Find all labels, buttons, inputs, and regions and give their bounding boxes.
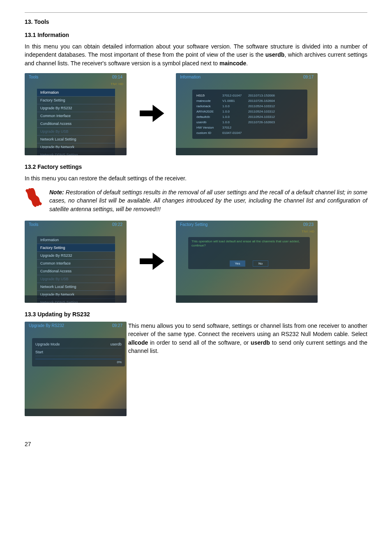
menu-item[interactable]: Common Interface	[37, 112, 115, 120]
menu-item[interactable]: Factory Setting	[37, 244, 115, 251]
heading-13-2: 13.2 Factory settings	[25, 164, 367, 170]
screenshot-upgrade-rs232: Upgrade By RS232 09:27 Upgrade Modeuserd…	[25, 322, 127, 416]
progress-percent: 0%	[35, 360, 122, 364]
menu-item[interactable]: Upgrade By USB	[37, 275, 115, 283]
menu-item[interactable]: Factory Setting	[37, 96, 115, 104]
osd-bottombar	[25, 295, 127, 303]
bold-userdb: userdb	[265, 51, 285, 58]
text-13-1-c: .	[246, 60, 248, 67]
menu-item[interactable]: Conditional Access	[37, 120, 115, 127]
menu-item[interactable]: Upgrade By USB	[37, 127, 115, 135]
horizontal-rule	[25, 12, 367, 13]
osd-menu-panel: InformationFactory SettingUpgrade By RS2…	[37, 236, 115, 303]
heading-13-1: 13.1 Information	[25, 32, 367, 38]
osd-upgrade-panel: Upgrade ModeuserdbStart 0%	[32, 338, 125, 366]
bold-allcode: allcode	[128, 339, 148, 346]
info-row: userdb1.0.020110726-162603	[196, 120, 303, 125]
osd-title: Tools	[29, 222, 38, 227]
menu-item[interactable]: Information	[37, 236, 115, 244]
osd-clock: 09:23	[303, 222, 314, 227]
menu-item[interactable]: Upgrade By RS232	[37, 251, 115, 259]
osd-title: Upgrade By RS232	[29, 323, 64, 328]
warning-icon	[25, 188, 44, 208]
osd-badge: TIV/: HD	[302, 230, 314, 233]
screenshot-information: Information 09:17 HS1537012-010472011071…	[176, 73, 318, 155]
screenshot-row-2: Tools 09:22 InformationFactory SettingUp…	[25, 221, 367, 303]
osd-bottombar	[25, 148, 127, 155]
note-body: Restoration of default settings results …	[49, 189, 367, 212]
bold-userdb-2: userdb	[251, 339, 270, 346]
menu-item[interactable]: Common Interface	[37, 259, 115, 267]
arrow-right-icon	[135, 247, 168, 277]
osd-bottombar	[25, 409, 127, 416]
osd-confirm-panel: This operation will load default and era…	[188, 237, 310, 269]
osd-badge: TIV/: HD	[111, 82, 123, 86]
osd-clock: 09:22	[112, 222, 122, 227]
screenshot-tools-menu: Tools 09:14 TIV/: HD InformationFactory …	[25, 73, 127, 155]
note-block: Note: Restoration of default settings re…	[25, 188, 367, 213]
menu-item[interactable]: Information	[37, 89, 115, 96]
osd-bottombar	[176, 295, 318, 303]
heading-13: 13. Tools	[25, 18, 367, 25]
menu-item[interactable]: Network Local Setting	[37, 283, 115, 290]
no-button[interactable]: No	[253, 260, 268, 267]
screenshot-factory-confirm: Factory Setting 09:23 TIV/: HD This oper…	[176, 221, 318, 303]
heading-13-3: 13.3 Updating by RS232	[25, 311, 367, 318]
screenshot-row-1: Tools 09:14 TIV/: HD InformationFactory …	[25, 73, 367, 155]
screenshot-row-3: Upgrade By RS232 09:27 Upgrade Modeuserd…	[25, 322, 367, 416]
page-number: 27	[25, 441, 367, 447]
upgrade-row[interactable]: Start	[35, 348, 122, 356]
menu-item[interactable]: Network Local Setting	[37, 135, 115, 143]
info-row: ARIVA202E1.0.020110524-103312	[196, 109, 303, 114]
screenshot-tools-menu-2: Tools 09:22 InformationFactory SettingUp…	[25, 221, 127, 303]
text-13-3-b: in order to send all of the software, or	[148, 339, 251, 346]
info-row: defaultdb1.0.020110524-103312	[196, 114, 303, 120]
note-text: Note: Restoration of default settings re…	[49, 188, 367, 213]
osd-clock: 09:27	[112, 323, 122, 328]
upgrade-row[interactable]: Upgrade Modeuserdb	[35, 341, 122, 348]
paragraph-13-1: In this menu you can obtain detailed inf…	[25, 42, 367, 67]
progress-bar	[35, 359, 122, 359]
yes-button[interactable]: Yes	[230, 260, 245, 267]
paragraph-13-3: This menu allows you to send software, s…	[128, 322, 367, 355]
paragraph-13-2: In this menu you can restore the default…	[25, 174, 367, 182]
menu-item[interactable]: Conditional Access	[37, 267, 115, 275]
info-row: HW Version37012	[196, 125, 303, 130]
osd-info-panel: HS1537012-0104720110713-152006maincodeV1…	[192, 90, 307, 139]
osd-title: Tools	[29, 75, 38, 79]
info-row: maincodeV1.08B120110726-162604	[196, 98, 303, 104]
menu-item[interactable]: Upgrade By RS232	[37, 104, 115, 112]
arrow-right-icon	[135, 99, 168, 129]
note-label: Note:	[49, 189, 64, 196]
confirm-message: This operation will load default and era…	[191, 240, 307, 248]
osd-title: Information	[180, 75, 201, 79]
info-row: radioback1.0.020110524-103312	[196, 104, 303, 109]
info-row: HS1537012-0104720110713-152006	[196, 93, 303, 98]
bold-maincode: maincode	[219, 60, 246, 67]
osd-menu-panel: InformationFactory SettingUpgrade By RS2…	[37, 89, 115, 155]
text-13-3-a: This menu allows you to send software, s…	[128, 322, 367, 337]
osd-bottombar	[176, 148, 318, 155]
osd-clock: 09:14	[112, 75, 122, 79]
osd-clock: 09:17	[303, 75, 314, 79]
info-row: custom ID01047-01047	[196, 130, 303, 136]
osd-title: Factory Setting	[180, 222, 208, 227]
